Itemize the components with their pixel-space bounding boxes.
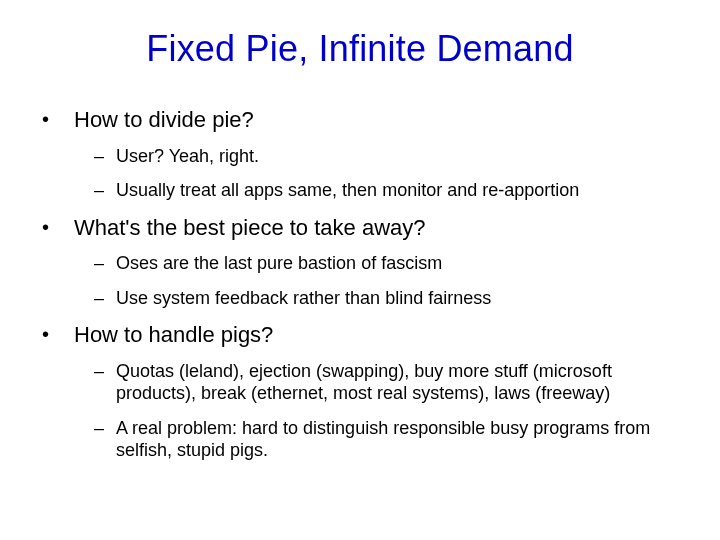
list-item: – Oses are the last pure bastion of fasc… xyxy=(94,252,682,275)
sub-text: Use system feedback rather than blind fa… xyxy=(116,287,682,310)
dash-icon: – xyxy=(94,287,116,310)
bullet-text: How to divide pie? xyxy=(74,106,682,135)
bullet-list: • How to divide pie? – User? Yeah, right… xyxy=(38,106,682,462)
sub-text: Oses are the last pure bastion of fascis… xyxy=(116,252,682,275)
sub-text: User? Yeah, right. xyxy=(116,145,682,168)
slide-title: Fixed Pie, Infinite Demand xyxy=(38,28,682,70)
sub-text: Quotas (leland), ejection (swapping), bu… xyxy=(116,360,682,405)
dash-icon: – xyxy=(94,179,116,202)
bullet-icon: • xyxy=(38,321,74,347)
bullet-text: How to handle pigs? xyxy=(74,321,682,350)
sub-list: – Oses are the last pure bastion of fasc… xyxy=(38,252,682,309)
dash-icon: – xyxy=(94,145,116,168)
dash-icon: – xyxy=(94,417,116,440)
list-item: – Use system feedback rather than blind … xyxy=(94,287,682,310)
bullet-text: What's the best piece to take away? xyxy=(74,214,682,243)
list-item: • What's the best piece to take away? – … xyxy=(38,214,682,310)
dash-icon: – xyxy=(94,252,116,275)
sub-text: Usually treat all apps same, then monito… xyxy=(116,179,682,202)
list-item: • How to handle pigs? – Quotas (leland),… xyxy=(38,321,682,462)
dash-icon: – xyxy=(94,360,116,383)
list-item: – A real problem: hard to distinguish re… xyxy=(94,417,682,462)
list-item: – User? Yeah, right. xyxy=(94,145,682,168)
bullet-icon: • xyxy=(38,214,74,240)
sub-list: – User? Yeah, right. – Usually treat all… xyxy=(38,145,682,202)
list-item: • How to divide pie? – User? Yeah, right… xyxy=(38,106,682,202)
sub-list: – Quotas (leland), ejection (swapping), … xyxy=(38,360,682,462)
list-item: – Usually treat all apps same, then moni… xyxy=(94,179,682,202)
bullet-icon: • xyxy=(38,106,74,132)
sub-text: A real problem: hard to distinguish resp… xyxy=(116,417,682,462)
list-item: – Quotas (leland), ejection (swapping), … xyxy=(94,360,682,405)
